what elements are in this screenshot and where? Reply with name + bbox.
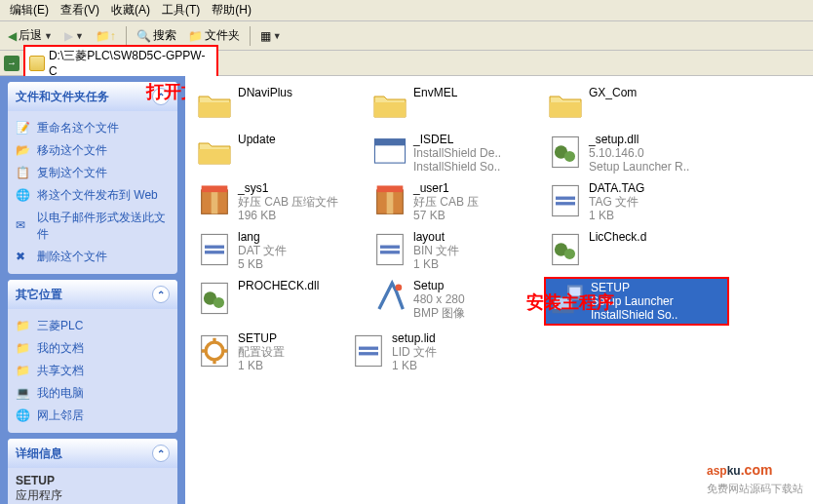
go-icon[interactable]: → — [4, 56, 19, 71]
svg-rect-15 — [205, 246, 224, 249]
places-panel: 其它位置⌃ 📁三菱PLC 📁我的文档 📁共享文档 💻我的电脑 🌐网上邻居 — [8, 280, 177, 433]
file-lang[interactable]: langDAT 文件5 KB — [193, 228, 357, 273]
file-user1[interactable]: _user1好压 CAB 压57 KB — [368, 179, 532, 224]
back-button[interactable]: ◀后退▼ — [4, 25, 57, 46]
views-button[interactable]: ▦▼ — [256, 27, 286, 45]
details-header[interactable]: 详细信息⌃ — [8, 439, 177, 468]
file-setup-bmp[interactable]: Setup480 x 280BMP 图像 — [368, 277, 532, 326]
svg-rect-17 — [377, 234, 404, 264]
address-bar: → D:\三菱PLC\SW8D5C-GPPW-C — [0, 51, 813, 76]
svg-rect-34 — [359, 347, 378, 350]
folders-button[interactable]: 📁文件夹 — [184, 25, 244, 46]
svg-rect-10 — [377, 185, 404, 192]
folder-envmel[interactable]: EnvMEL — [368, 84, 532, 127]
task-rename[interactable]: 📝重命名这个文件 — [16, 117, 170, 139]
file-list: DNaviPlus EnvMEL GX_Com Update _ISDELIns… — [185, 76, 813, 504]
folder-icon — [29, 56, 45, 71]
watermark: aspku.com 免费网站源码下载站 — [707, 450, 803, 496]
detail-name: SETUP — [16, 474, 170, 487]
place-shared[interactable]: 📁共享文档 — [16, 360, 170, 382]
svg-point-4 — [564, 151, 575, 162]
svg-rect-9 — [387, 190, 394, 213]
menu-help[interactable]: 帮助(H) — [206, 0, 257, 20]
place-documents[interactable]: 📁我的文档 — [16, 337, 170, 360]
svg-rect-33 — [356, 335, 382, 366]
place-network[interactable]: 🌐网上邻居 — [16, 405, 170, 427]
sidebar: 文件和文件夹任务⌃ 📝重命名这个文件 📂移动这个文件 📋复制这个文件 🌐将这个文… — [0, 76, 185, 504]
task-delete[interactable]: ✖删除这个文件 — [16, 246, 170, 268]
places-header[interactable]: 其它位置⌃ — [8, 280, 177, 309]
folder-dnaviplus[interactable]: DNaviPlus — [193, 84, 357, 127]
address-path: D:\三菱PLC\SW8D5C-GPPW-C — [49, 48, 213, 78]
menu-tools[interactable]: 工具(T) — [156, 0, 206, 20]
svg-rect-12 — [556, 197, 575, 200]
task-email[interactable]: ✉以电子邮件形式发送此文件 — [16, 207, 170, 246]
folder-gxcom[interactable]: GX_Com — [544, 84, 708, 127]
task-move[interactable]: 📂移动这个文件 — [16, 139, 170, 162]
search-button[interactable]: 🔍搜索 — [133, 25, 180, 46]
file-datatag[interactable]: DATA.TAGTAG 文件1 KB — [544, 179, 708, 224]
folder-update[interactable]: Update — [193, 131, 357, 175]
svg-rect-11 — [553, 185, 579, 215]
menu-edit[interactable]: 编辑(E) — [4, 0, 55, 20]
svg-rect-35 — [359, 352, 378, 355]
svg-rect-19 — [380, 251, 400, 253]
file-setupdll[interactable]: _setup.dll5.10.146.0Setup Launcher R.. — [544, 131, 708, 175]
file-procheck[interactable]: PROCHECK.dll — [193, 277, 357, 326]
annotation-install: 安装主程序 — [526, 291, 614, 314]
details-panel: 详细信息⌃ SETUP 应用程序 修改日期: 1998年1月22日 — [8, 439, 177, 504]
file-sys1[interactable]: _sys1好压 CAB 压缩文件196 KB — [193, 179, 357, 224]
svg-rect-7 — [202, 185, 228, 192]
place-computer[interactable]: 💻我的电脑 — [16, 382, 170, 405]
file-liccheck[interactable]: LicCheck.d — [544, 228, 708, 273]
tasks-panel: 文件和文件夹任务⌃ 📝重命名这个文件 📂移动这个文件 📋复制这个文件 🌐将这个文… — [8, 82, 177, 274]
svg-rect-13 — [556, 202, 575, 205]
task-copy[interactable]: 📋复制这个文件 — [16, 162, 170, 184]
svg-rect-16 — [205, 251, 224, 253]
svg-point-22 — [564, 249, 575, 259]
svg-rect-6 — [212, 190, 218, 213]
detail-type: 应用程序 — [16, 487, 170, 504]
task-publish[interactable]: 🌐将这个文件发布到 Web — [16, 184, 170, 207]
file-layout[interactable]: layoutBIN 文件1 KB — [368, 228, 532, 273]
up-button[interactable]: 📁↑ — [92, 27, 120, 45]
svg-point-25 — [213, 297, 224, 308]
forward-button[interactable]: ▶▼ — [60, 27, 88, 45]
svg-rect-14 — [202, 234, 228, 264]
menu-fav[interactable]: 收藏(A) — [105, 0, 156, 20]
menubar: 编辑(E) 查看(V) 收藏(A) 工具(T) 帮助(H) — [0, 0, 813, 21]
menu-view[interactable]: 查看(V) — [55, 0, 105, 20]
file-isdel[interactable]: _ISDELInstallShield De..InstallShield So… — [368, 131, 532, 175]
svg-point-26 — [396, 285, 403, 291]
place-parent[interactable]: 📁三菱PLC — [16, 315, 170, 337]
file-setuplid[interactable]: setup.lidLID 文件1 KB — [347, 330, 511, 374]
svg-rect-18 — [380, 246, 400, 249]
svg-rect-1 — [374, 139, 405, 146]
file-setup-ini[interactable]: SETUP配置设置1 KB — [193, 330, 335, 374]
